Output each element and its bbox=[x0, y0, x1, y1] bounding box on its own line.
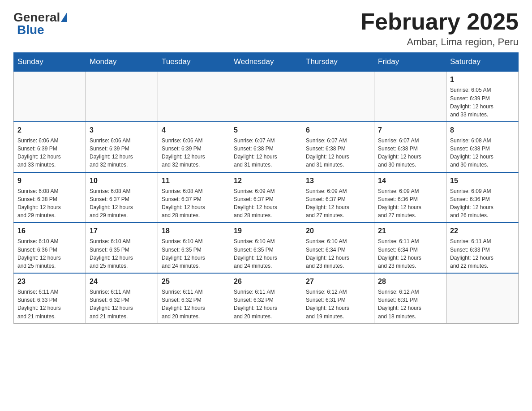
calendar-cell: 27Sunrise: 6:12 AMSunset: 6:31 PMDayligh… bbox=[302, 273, 374, 323]
page-header: General Blue February 2025 Ambar, Lima r… bbox=[13, 9, 519, 48]
calendar-cell bbox=[230, 71, 302, 122]
day-number: 6 bbox=[306, 125, 370, 135]
header-wednesday: Wednesday bbox=[230, 53, 302, 72]
calendar-cell: 28Sunrise: 6:12 AMSunset: 6:31 PMDayligh… bbox=[374, 273, 446, 323]
day-info: Sunrise: 6:08 AMSunset: 6:38 PMDaylight:… bbox=[17, 188, 61, 218]
calendar-cell: 2Sunrise: 6:06 AMSunset: 6:39 PMDaylight… bbox=[14, 122, 86, 172]
day-info: Sunrise: 6:09 AMSunset: 6:37 PMDaylight:… bbox=[234, 188, 277, 218]
day-number: 11 bbox=[162, 176, 226, 186]
calendar-cell: 18Sunrise: 6:10 AMSunset: 6:35 PMDayligh… bbox=[158, 223, 230, 273]
title-area: February 2025 Ambar, Lima region, Peru bbox=[360, 9, 519, 48]
header-sunday: Sunday bbox=[14, 53, 86, 72]
day-number: 26 bbox=[234, 276, 298, 287]
day-number: 24 bbox=[90, 276, 154, 287]
day-info: Sunrise: 6:08 AMSunset: 6:37 PMDaylight:… bbox=[162, 188, 205, 218]
day-number: 27 bbox=[306, 276, 370, 287]
day-info: Sunrise: 6:09 AMSunset: 6:36 PMDaylight:… bbox=[378, 188, 421, 218]
header-thursday: Thursday bbox=[302, 53, 374, 72]
day-number: 5 bbox=[234, 125, 298, 135]
calendar-cell: 13Sunrise: 6:09 AMSunset: 6:37 PMDayligh… bbox=[302, 172, 374, 223]
calendar-cell: 21Sunrise: 6:11 AMSunset: 6:34 PMDayligh… bbox=[374, 223, 446, 273]
day-info: Sunrise: 6:12 AMSunset: 6:31 PMDaylight:… bbox=[378, 289, 421, 319]
day-number: 4 bbox=[162, 125, 226, 135]
header-monday: Monday bbox=[86, 53, 158, 72]
calendar-cell: 24Sunrise: 6:11 AMSunset: 6:32 PMDayligh… bbox=[86, 273, 158, 323]
day-info: Sunrise: 6:10 AMSunset: 6:34 PMDaylight:… bbox=[306, 238, 349, 269]
day-info: Sunrise: 6:06 AMSunset: 6:39 PMDaylight:… bbox=[17, 137, 61, 168]
day-number: 12 bbox=[234, 176, 298, 186]
day-number: 14 bbox=[378, 176, 442, 186]
calendar-cell: 8Sunrise: 6:08 AMSunset: 6:38 PMDaylight… bbox=[446, 122, 519, 172]
calendar-cell bbox=[14, 71, 86, 122]
day-info: Sunrise: 6:11 AMSunset: 6:32 PMDaylight:… bbox=[162, 289, 205, 319]
calendar-cell: 15Sunrise: 6:09 AMSunset: 6:36 PMDayligh… bbox=[446, 172, 519, 223]
day-number: 13 bbox=[306, 176, 370, 186]
logo-general-text: General bbox=[13, 11, 60, 24]
week-row-2: 2Sunrise: 6:06 AMSunset: 6:39 PMDaylight… bbox=[14, 122, 519, 172]
calendar-cell: 12Sunrise: 6:09 AMSunset: 6:37 PMDayligh… bbox=[230, 172, 302, 223]
day-info: Sunrise: 6:09 AMSunset: 6:37 PMDaylight:… bbox=[306, 188, 349, 218]
calendar-cell: 5Sunrise: 6:07 AMSunset: 6:38 PMDaylight… bbox=[230, 122, 302, 172]
calendar-cell bbox=[158, 71, 230, 122]
day-info: Sunrise: 6:11 AMSunset: 6:32 PMDaylight:… bbox=[234, 289, 277, 319]
calendar-cell: 26Sunrise: 6:11 AMSunset: 6:32 PMDayligh… bbox=[230, 273, 302, 323]
day-number: 17 bbox=[90, 226, 154, 236]
day-info: Sunrise: 6:05 AMSunset: 6:39 PMDaylight:… bbox=[450, 87, 493, 117]
logo-triangle-icon bbox=[61, 12, 67, 22]
day-number: 3 bbox=[90, 125, 154, 135]
calendar-cell: 1Sunrise: 6:05 AMSunset: 6:39 PMDaylight… bbox=[446, 71, 519, 122]
header-saturday: Saturday bbox=[446, 53, 519, 72]
calendar-cell: 25Sunrise: 6:11 AMSunset: 6:32 PMDayligh… bbox=[158, 273, 230, 323]
calendar-cell: 3Sunrise: 6:06 AMSunset: 6:39 PMDaylight… bbox=[86, 122, 158, 172]
day-number: 20 bbox=[306, 226, 370, 236]
calendar-cell: 17Sunrise: 6:10 AMSunset: 6:35 PMDayligh… bbox=[86, 223, 158, 273]
day-number: 10 bbox=[90, 176, 154, 186]
calendar-table: Sunday Monday Tuesday Wednesday Thursday… bbox=[13, 52, 519, 323]
calendar-cell: 4Sunrise: 6:06 AMSunset: 6:39 PMDaylight… bbox=[158, 122, 230, 172]
day-info: Sunrise: 6:10 AMSunset: 6:35 PMDaylight:… bbox=[90, 238, 133, 269]
day-number: 18 bbox=[162, 226, 226, 236]
day-number: 1 bbox=[450, 74, 515, 85]
day-info: Sunrise: 6:08 AMSunset: 6:38 PMDaylight:… bbox=[450, 137, 493, 168]
calendar-cell bbox=[302, 71, 374, 122]
day-info: Sunrise: 6:09 AMSunset: 6:36 PMDaylight:… bbox=[450, 188, 493, 218]
day-number: 2 bbox=[17, 125, 82, 135]
location-title: Ambar, Lima region, Peru bbox=[360, 36, 519, 48]
month-title: February 2025 bbox=[360, 9, 519, 34]
day-info: Sunrise: 6:10 AMSunset: 6:35 PMDaylight:… bbox=[162, 238, 205, 269]
logo: General Blue bbox=[13, 9, 67, 36]
calendar-cell: 16Sunrise: 6:10 AMSunset: 6:36 PMDayligh… bbox=[14, 223, 86, 273]
day-number: 23 bbox=[17, 276, 82, 287]
logo-blue-text: Blue bbox=[17, 24, 44, 36]
calendar-cell: 23Sunrise: 6:11 AMSunset: 6:33 PMDayligh… bbox=[14, 273, 86, 323]
day-info: Sunrise: 6:07 AMSunset: 6:38 PMDaylight:… bbox=[234, 137, 277, 168]
day-info: Sunrise: 6:10 AMSunset: 6:35 PMDaylight:… bbox=[234, 238, 277, 269]
calendar-cell bbox=[446, 273, 519, 323]
week-row-3: 9Sunrise: 6:08 AMSunset: 6:38 PMDaylight… bbox=[14, 172, 519, 223]
day-number: 9 bbox=[17, 176, 82, 186]
calendar-cell: 9Sunrise: 6:08 AMSunset: 6:38 PMDaylight… bbox=[14, 172, 86, 223]
week-row-4: 16Sunrise: 6:10 AMSunset: 6:36 PMDayligh… bbox=[14, 223, 519, 273]
header-friday: Friday bbox=[374, 53, 446, 72]
header-tuesday: Tuesday bbox=[158, 53, 230, 72]
calendar-cell: 20Sunrise: 6:10 AMSunset: 6:34 PMDayligh… bbox=[302, 223, 374, 273]
calendar-cell: 19Sunrise: 6:10 AMSunset: 6:35 PMDayligh… bbox=[230, 223, 302, 273]
day-info: Sunrise: 6:07 AMSunset: 6:38 PMDaylight:… bbox=[378, 137, 421, 168]
calendar-cell: 7Sunrise: 6:07 AMSunset: 6:38 PMDaylight… bbox=[374, 122, 446, 172]
day-number: 25 bbox=[162, 276, 226, 287]
day-info: Sunrise: 6:11 AMSunset: 6:33 PMDaylight:… bbox=[17, 289, 61, 319]
day-info: Sunrise: 6:11 AMSunset: 6:32 PMDaylight:… bbox=[90, 289, 133, 319]
day-number: 21 bbox=[378, 226, 442, 236]
day-number: 28 bbox=[378, 276, 442, 287]
day-info: Sunrise: 6:11 AMSunset: 6:33 PMDaylight:… bbox=[450, 238, 493, 269]
day-number: 7 bbox=[378, 125, 442, 135]
day-info: Sunrise: 6:12 AMSunset: 6:31 PMDaylight:… bbox=[306, 289, 349, 319]
day-number: 22 bbox=[450, 226, 515, 236]
calendar-cell: 10Sunrise: 6:08 AMSunset: 6:37 PMDayligh… bbox=[86, 172, 158, 223]
weekday-header-row: Sunday Monday Tuesday Wednesday Thursday… bbox=[14, 53, 519, 72]
day-info: Sunrise: 6:06 AMSunset: 6:39 PMDaylight:… bbox=[162, 137, 205, 168]
calendar-cell bbox=[374, 71, 446, 122]
day-info: Sunrise: 6:06 AMSunset: 6:39 PMDaylight:… bbox=[90, 137, 133, 168]
calendar-cell: 14Sunrise: 6:09 AMSunset: 6:36 PMDayligh… bbox=[374, 172, 446, 223]
calendar-cell: 22Sunrise: 6:11 AMSunset: 6:33 PMDayligh… bbox=[446, 223, 519, 273]
